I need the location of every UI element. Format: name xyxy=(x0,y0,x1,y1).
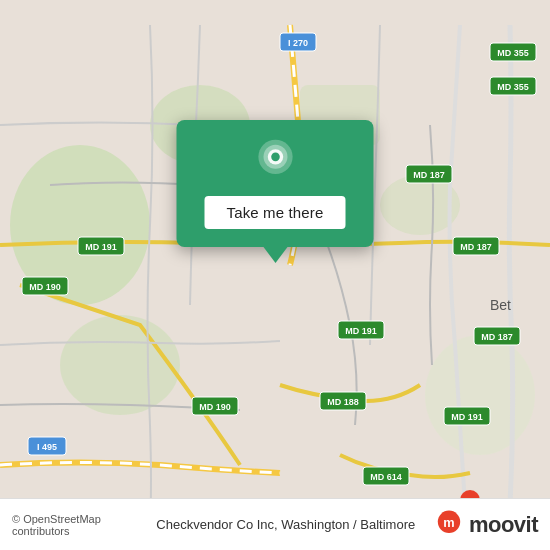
moovit-brand-text: moovit xyxy=(469,512,538,538)
svg-text:MD 190: MD 190 xyxy=(29,282,61,292)
svg-text:I 495: I 495 xyxy=(37,442,57,452)
svg-text:MD 191: MD 191 xyxy=(345,326,377,336)
svg-text:MD 188: MD 188 xyxy=(327,397,359,407)
popup-card: Take me there xyxy=(177,120,374,247)
svg-text:MD 187: MD 187 xyxy=(413,170,445,180)
svg-text:I 270: I 270 xyxy=(288,38,308,48)
svg-point-4 xyxy=(425,335,535,455)
svg-text:MD 191: MD 191 xyxy=(85,242,117,252)
svg-text:MD 614: MD 614 xyxy=(370,472,402,482)
svg-text:Bet: Bet xyxy=(490,297,511,313)
svg-text:MD 355: MD 355 xyxy=(497,82,529,92)
take-me-there-button[interactable]: Take me there xyxy=(205,196,346,229)
svg-text:MD 355: MD 355 xyxy=(497,48,529,58)
svg-text:MD 187: MD 187 xyxy=(481,332,513,342)
svg-point-41 xyxy=(271,153,280,162)
svg-point-2 xyxy=(60,315,180,415)
map-svg: I 270 MD 355 MD 355 MD 191 MD 187 MD 187… xyxy=(0,0,550,550)
svg-text:MD 187: MD 187 xyxy=(460,242,492,252)
moovit-logo: m moovit xyxy=(433,509,538,541)
map-container: I 270 MD 355 MD 355 MD 191 MD 187 MD 187… xyxy=(0,0,550,550)
copyright-text: © OpenStreetMap contributors xyxy=(12,513,150,537)
svg-text:MD 190: MD 190 xyxy=(199,402,231,412)
svg-text:MD 191: MD 191 xyxy=(451,412,483,422)
location-text: Checkvendor Co Inc, Washington / Baltimo… xyxy=(156,517,433,532)
bottom-bar: © OpenStreetMap contributors Checkvendor… xyxy=(0,498,550,550)
location-pin-icon xyxy=(251,138,299,186)
moovit-m-pin-icon: m xyxy=(433,509,465,541)
